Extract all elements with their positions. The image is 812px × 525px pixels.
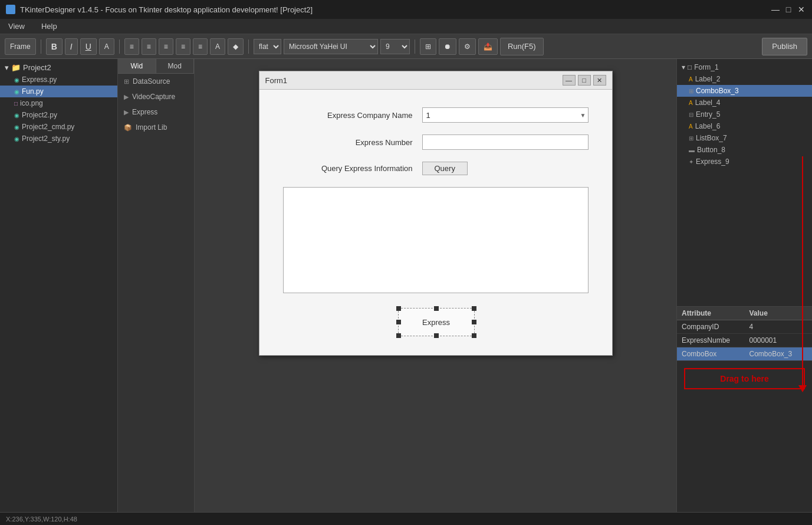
tree-label2[interactable]: A Label_2 [677, 73, 812, 85]
toolbar-divider-4 [415, 40, 415, 54]
font-select[interactable]: Microsoft YaHei UI [284, 39, 378, 54]
py-icon: ◉ [14, 77, 19, 83]
query-label: Query Express Information [283, 164, 413, 173]
tree-combobox3[interactable]: ⊞ ComboBox_3 [677, 85, 812, 97]
text-format-button[interactable]: ≡ [193, 38, 208, 55]
minimize-button[interactable]: — [771, 5, 780, 14]
company-name-select[interactable]: 1 [422, 107, 589, 123]
handle-tl[interactable] [396, 306, 401, 311]
img-icon: □ [14, 100, 18, 107]
record-button[interactable]: ⏺ [439, 38, 456, 55]
settings-button[interactable]: ⚙ [459, 38, 476, 55]
file-ico-png[interactable]: □ ico.png [0, 97, 117, 109]
tree-label6[interactable]: A Label_6 [677, 120, 812, 132]
query-button[interactable]: Query [422, 162, 468, 175]
toolbox-videocapture[interactable]: ▶ VideoCapture [118, 89, 194, 104]
file-fun-py[interactable]: ◉ Fun.py [0, 86, 117, 97]
tree-form-icon: □ [688, 63, 692, 71]
toolbox-datasource[interactable]: ⊞ DataSource [118, 74, 194, 89]
underline-button[interactable]: U [80, 38, 97, 55]
font-case-button[interactable]: A [99, 38, 114, 55]
project-icon: 📁 [11, 63, 21, 72]
canvas-area[interactable]: Form1 — □ ✕ Express Company Name 1 [195, 59, 676, 512]
label-icon-2: A [689, 100, 693, 106]
file-project2-cmd-py[interactable]: ◉ Project2_cmd.py [0, 121, 117, 133]
file-express-py[interactable]: ◉ Express.py [0, 74, 117, 86]
tree-button8[interactable]: ▬ Button_8 [677, 144, 812, 156]
project-root[interactable]: ▾ 📁 Project2 [0, 61, 117, 74]
toolbox-importlib[interactable]: 📦 Import Lib [118, 120, 194, 135]
tab-wid[interactable]: Wid [118, 59, 156, 73]
handle-tr[interactable] [472, 306, 476, 311]
titlebar: TKinterDesigner v1.4.5 - Focus on Tkinte… [0, 0, 812, 19]
tree-expand-icon: ▾ [682, 63, 685, 71]
italic-button[interactable]: I [65, 38, 78, 55]
center-content: Wid Mod ⊞ DataSource ▶ VideoCapture ▶ Ex… [118, 59, 676, 512]
file-project2-sty-py[interactable]: ◉ Project2_sty.py [0, 133, 117, 145]
py-icon-2: ◉ [14, 112, 19, 119]
shape-button[interactable]: ◆ [228, 38, 244, 55]
props-attr-expressnumber: ExpressNumbe [677, 334, 745, 347]
handle-bl[interactable] [396, 333, 401, 338]
tree-entry5[interactable]: ⊟ Entry_5 [677, 109, 812, 120]
publish-button[interactable]: Publish [762, 38, 807, 55]
props-row-companyid: CompanyID 4 [677, 320, 812, 334]
tab-mod[interactable]: Mod [156, 59, 195, 73]
menu-help[interactable]: Help [38, 21, 61, 32]
express-icon: ✦ [689, 159, 693, 165]
form-title-controls: — □ ✕ [563, 75, 606, 86]
align-justify-button[interactable]: ≡ [176, 38, 190, 55]
app-icon [6, 5, 15, 14]
handle-mr[interactable] [472, 320, 476, 324]
props-attr-companyid: CompanyID [677, 320, 745, 333]
frame-button[interactable]: Frame [5, 38, 36, 55]
form-minimize-button[interactable]: — [563, 75, 576, 86]
toolbar: Frame B I U A ≡ ≡ ≡ ≡ ≡ A ◆ flat Microso… [0, 34, 812, 59]
menu-view[interactable]: View [5, 21, 28, 32]
menubar: View Help [0, 19, 812, 34]
handle-ml[interactable] [396, 320, 401, 324]
right-panel: ▾ □ Form_1 A Label_2 ⊞ ComboBox_3 A Labe… [676, 59, 812, 512]
handle-tc[interactable] [434, 306, 439, 311]
bold-button[interactable]: B [46, 38, 63, 55]
form-textbox[interactable] [283, 187, 589, 293]
handle-bc[interactable] [434, 333, 439, 338]
font-button[interactable]: A [210, 38, 225, 55]
run-button[interactable]: Run(F5) [500, 38, 544, 55]
company-name-label: Express Company Name [283, 111, 413, 120]
tree-form1[interactable]: ▾ □ Form_1 [677, 61, 812, 73]
widget-tree: ▾ □ Form_1 A Label_2 ⊞ ComboBox_3 A Labe… [677, 59, 812, 307]
button-icon: ▬ [689, 147, 695, 153]
tree-express9[interactable]: ✦ Express_9 [677, 156, 812, 168]
props-row-combobox: ComboBox ComboBox_3 [677, 347, 812, 361]
props-attr-combobox: ComboBox [677, 347, 745, 360]
statusbar: X:236,Y:335,W:120,H:48 [0, 512, 812, 525]
drag-to-here-box[interactable]: Drag to here [684, 368, 805, 389]
tree-label4[interactable]: A Label_4 [677, 97, 812, 109]
project-name: Project2 [23, 63, 51, 72]
export-button[interactable]: 📤 [478, 38, 498, 55]
form-maximize-button[interactable]: □ [578, 75, 591, 86]
express-widget-label: Express [422, 318, 450, 327]
style-select[interactable]: flat [254, 39, 281, 54]
tree-listbox7[interactable]: ⊞ ListBox_7 [677, 132, 812, 144]
express-arrow-icon: ▶ [124, 109, 129, 116]
maximize-button[interactable]: □ [784, 5, 793, 14]
toolbox-express[interactable]: ▶ Express [118, 104, 194, 120]
handle-br[interactable] [472, 333, 476, 338]
express-number-input[interactable] [422, 134, 589, 150]
align-right-button[interactable]: ≡ [159, 38, 173, 55]
align-center-button[interactable]: ≡ [142, 38, 156, 55]
expand-icon: ▾ [5, 63, 9, 72]
py-icon-active: ◉ [14, 88, 19, 95]
grid-view-button[interactable]: ⊞ [420, 38, 436, 55]
close-button[interactable]: ✕ [797, 5, 806, 14]
align-left-button[interactable]: ≡ [124, 38, 139, 55]
app-title: TKinterDesigner v1.4.5 - Focus on Tkinte… [20, 5, 313, 14]
props-header: Attribute Value [677, 307, 812, 320]
form-close-button[interactable]: ✕ [593, 75, 606, 86]
listbox-icon: ⊞ [689, 135, 693, 142]
size-select[interactable]: 9 [380, 39, 410, 54]
file-project2-py[interactable]: ◉ Project2.py [0, 109, 117, 121]
draggable-express-widget[interactable]: Express [398, 308, 475, 336]
